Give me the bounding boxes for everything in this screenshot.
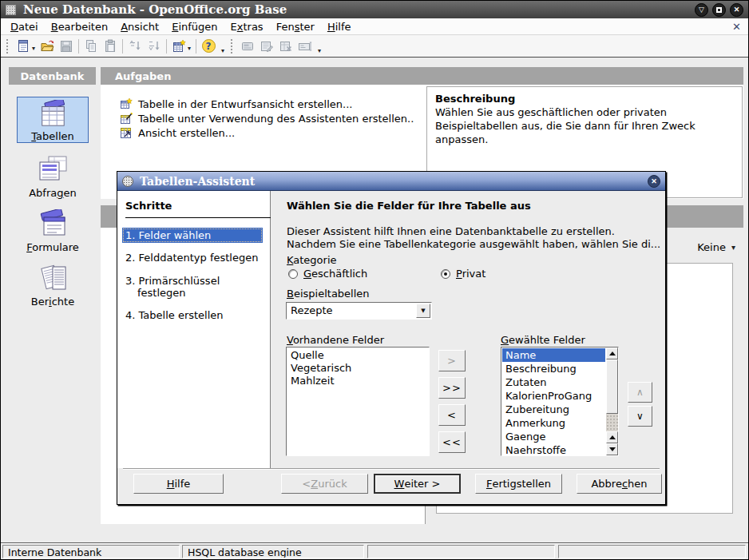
- intro-text-line2: Nachdem Sie eine Tabellenkategorie ausge…: [287, 238, 660, 251]
- help-icon: ?: [202, 39, 216, 53]
- wizard-step-3[interactable]: 3. Primärschlüssel festlegen: [122, 273, 263, 300]
- list-item[interactable]: Zubereitung: [502, 403, 605, 416]
- available-fields-listbox[interactable]: Quelle Vegetarisch Mahlzeit: [286, 347, 430, 456]
- help-button[interactable]: ?: [199, 37, 218, 56]
- toolbar-grip-handle[interactable]: [231, 39, 235, 54]
- add-field-button: >: [438, 350, 466, 371]
- document-close-icon[interactable]: ✕: [732, 21, 741, 33]
- list-item[interactable]: Gaenge: [502, 430, 605, 443]
- list-item[interactable]: Anmerkung: [502, 416, 605, 430]
- combobox-dropdown-button[interactable]: ▼: [416, 304, 430, 318]
- delete-icon: [279, 39, 293, 54]
- sidebar-item-abfragen[interactable]: Abfragen: [17, 153, 89, 199]
- sort-ascending-icon: [128, 39, 142, 54]
- scrollbar-thumb[interactable]: [606, 359, 618, 414]
- list-item-selected[interactable]: Name: [502, 348, 605, 362]
- toolbar-separator: [78, 39, 79, 54]
- toolbar-grip-handle[interactable]: [6, 39, 10, 54]
- toolbar-overflow-icon[interactable]: ▾: [318, 47, 321, 54]
- list-item[interactable]: KalorienProGang: [502, 389, 605, 403]
- menu-datei[interactable]: Datei: [4, 19, 45, 34]
- page-heading: Wählen Sie die Felder für Ihre Tabelle a…: [287, 200, 531, 212]
- window-controls: ▽ ✕: [695, 3, 743, 17]
- sidebar-item-formulare[interactable]: Formulare: [17, 207, 89, 253]
- scroll-down-button[interactable]: [606, 443, 618, 455]
- sidebar-item-label: Tabellen: [31, 130, 73, 142]
- menu-hilfe[interactable]: Hilfe: [321, 19, 358, 34]
- triangle-up-icon: [609, 348, 616, 355]
- menu-extras[interactable]: Extras: [224, 19, 270, 34]
- radio-geschaeftlich-row: Geschäftlich: [288, 268, 367, 280]
- sidebar-item-label: Abfragen: [29, 187, 77, 199]
- shade-button[interactable]: ▽: [695, 3, 708, 17]
- sample-tables-combobox[interactable]: Rezepte ▼: [286, 302, 432, 320]
- cancel-button[interactable]: Abbrechen: [577, 474, 662, 494]
- list-item[interactable]: Mahlzeit: [287, 375, 429, 387]
- menu-einfuegen[interactable]: Einfügen: [165, 19, 224, 34]
- help-button[interactable]: Hilfe: [133, 474, 224, 494]
- remove-all-fields-button[interactable]: <<: [438, 431, 466, 453]
- wizard-step-2[interactable]: 2. Felddatentyp festlegen: [122, 250, 263, 265]
- database-panel-header: Datenbank: [9, 67, 96, 85]
- list-item[interactable]: Beschreibung: [502, 362, 605, 375]
- category-label: Kategorie: [287, 254, 337, 266]
- copy-button: [81, 37, 101, 56]
- list-item[interactable]: Quelle: [287, 349, 429, 362]
- statusbar: Interne Datenbank HSQL database engine: [1, 542, 748, 559]
- application-icon: [6, 5, 16, 15]
- list-item[interactable]: Zutaten: [502, 375, 605, 389]
- form-icon: [240, 39, 255, 54]
- list-item[interactable]: Vegetarisch: [287, 362, 429, 375]
- open-folder-icon: [40, 39, 54, 54]
- add-all-fields-button[interactable]: >>: [438, 377, 466, 399]
- statusbar-cell-database-type: Interne Datenbank: [2, 545, 180, 558]
- paste-button: [101, 37, 120, 56]
- new-document-icon: [16, 39, 30, 54]
- dialog-titlebar[interactable]: Tabellen-Assistent ✕: [117, 172, 665, 191]
- create-view-icon: [121, 127, 133, 139]
- next-button[interactable]: Weiter >: [374, 474, 461, 494]
- selected-fields-label: Gewählte Felder: [501, 334, 585, 346]
- dropdown-arrow-icon[interactable]: ▾: [188, 45, 191, 52]
- menu-fenster[interactable]: Fenster: [270, 19, 321, 34]
- table-design-icon: [121, 98, 133, 110]
- open-document-button[interactable]: [38, 37, 57, 56]
- close-button[interactable]: ✕: [730, 3, 743, 17]
- window-titlebar[interactable]: Neue Datenbank - OpenOffice.org Base ▽ ✕: [1, 1, 748, 18]
- sidebar-item-berichte[interactable]: Berichte: [17, 261, 89, 308]
- maximize-button[interactable]: [712, 3, 726, 17]
- new-table-design-button[interactable]: [169, 37, 188, 56]
- selected-fields-listbox[interactable]: Name Beschreibung Zutaten KalorienProGan…: [501, 347, 619, 456]
- scroll-up-button[interactable]: [606, 348, 618, 359]
- remove-field-button[interactable]: <: [438, 404, 466, 426]
- window-title: Neue Datenbank - OpenOffice.org Base: [23, 2, 287, 17]
- radio-privat[interactable]: [441, 269, 450, 279]
- new-document-button[interactable]: [14, 37, 33, 56]
- wizard-step-4[interactable]: 4. Tabelle erstellen: [122, 308, 263, 323]
- preview-dropdown[interactable]: Keine ▾: [676, 239, 735, 255]
- description-title: Beschreibung: [435, 93, 734, 105]
- sort-ascending-button: [125, 37, 145, 56]
- sidebar-item-tabellen[interactable]: Tabellen: [17, 97, 89, 143]
- combobox-value: Rezepte: [291, 304, 333, 316]
- new-table-icon: [172, 39, 186, 54]
- toolbar-overflow-icon[interactable]: ▾: [221, 47, 224, 54]
- move-field-down-button[interactable]: ∨: [628, 406, 652, 427]
- finish-button[interactable]: Fertigstellen: [475, 474, 562, 494]
- dialog-close-button[interactable]: ✕: [648, 175, 660, 188]
- radio-geschaeftlich[interactable]: [288, 269, 298, 279]
- menu-ansicht[interactable]: Ansicht: [114, 19, 165, 34]
- dialog-title: Tabellen-Assistent: [140, 175, 255, 188]
- list-item[interactable]: Naehrstoffe: [502, 443, 605, 455]
- scrollbar[interactable]: [606, 348, 618, 455]
- back-button: < Zurück: [281, 474, 368, 494]
- rename-icon: [298, 39, 312, 54]
- scroll-up-button-2[interactable]: [606, 431, 618, 443]
- steps-panel: Schritte 1. Felder wählen 2. Felddatenty…: [117, 191, 271, 468]
- menu-bearbeiten[interactable]: Bearbeiten: [45, 19, 114, 34]
- dropdown-arrow-icon[interactable]: ▾: [32, 45, 35, 52]
- wizard-step-1[interactable]: 1. Felder wählen: [122, 228, 263, 243]
- forms-icon: [34, 209, 71, 240]
- dialog-icon: [122, 176, 133, 187]
- delete-object-button: [276, 37, 295, 56]
